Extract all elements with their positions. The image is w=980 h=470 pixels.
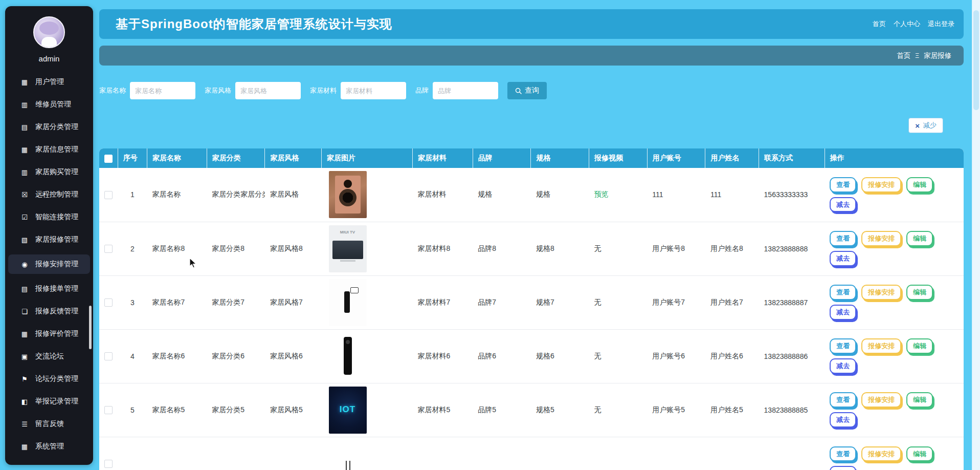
close-icon: × (915, 122, 920, 130)
edit-button[interactable]: 编辑 (906, 338, 933, 354)
row-checkbox[interactable] (104, 245, 113, 253)
minus-button[interactable]: 减去 (830, 466, 856, 470)
scrollbar-thumb[interactable] (973, 10, 979, 110)
select-all-checkbox[interactable] (104, 155, 113, 163)
arrange-button[interactable]: 报修安排 (861, 338, 901, 354)
cell-account: 用户账号5 (647, 383, 705, 437)
table-row: 查看报修安排编辑减去 (99, 437, 964, 470)
product-image (329, 454, 367, 470)
minus-button[interactable]: 减去 (830, 305, 856, 320)
cell-category (207, 437, 265, 470)
cell-brand: 品牌7 (473, 275, 531, 329)
cell-material (413, 437, 473, 470)
product-image: MIUI TV (329, 225, 367, 272)
nav-home-link[interactable]: 首页 (873, 19, 886, 29)
sidebar-scrollbar[interactable] (89, 306, 92, 349)
view-button[interactable]: 查看 (830, 285, 856, 300)
cell-user: 用户姓名5 (705, 383, 759, 437)
product-image: IOT (329, 387, 367, 434)
column-header: 家居分类 (207, 148, 265, 168)
table-row: 1家居名称家居分类家居分类家居风格家居材料规格规格预览1111111563333… (99, 168, 964, 222)
video-none: 无 (594, 298, 602, 306)
row-checkbox[interactable] (104, 191, 113, 199)
sidebar-item-repair-accept-mgmt[interactable]: ▤ 报修接单管理 (5, 281, 93, 296)
sidebar-item-home-purchase-mgmt[interactable]: ▥ 家居购买管理 (5, 164, 93, 180)
book-icon: ▣ (20, 353, 29, 360)
edit-button[interactable]: 编辑 (906, 231, 933, 246)
cell-brand (473, 437, 531, 470)
nav-logout-link[interactable]: 退出登录 (928, 19, 954, 29)
sidebar-item-report-record-mgmt[interactable]: ◧ 举报记录管理 (5, 394, 93, 409)
sidebar-item-home-info-mgmt[interactable]: ▦ 家居信息管理 (5, 142, 93, 157)
edit-button[interactable]: 编辑 (906, 392, 933, 408)
grid-icon: ▥ (20, 101, 29, 109)
nav-profile-link[interactable]: 个人中心 (894, 19, 920, 29)
cell-category: 家居分类7 (207, 275, 265, 329)
sidebar-item-repairman-mgmt[interactable]: ▥ 维修员管理 (5, 97, 93, 112)
sidebar-item-repair-feedback-mgmt[interactable]: ❏ 报修反馈管理 (5, 304, 93, 319)
sidebar-item-smart-connect-mgmt[interactable]: ☑ 智能连接管理 (5, 209, 93, 225)
sidebar-item-repair-review-mgmt[interactable]: ▦ 报修评价管理 (5, 326, 93, 341)
cell-phone: 15633333333 (759, 168, 825, 222)
search-input-1[interactable] (235, 82, 301, 99)
search-field-group: 家居材料 (310, 82, 406, 99)
edit-button[interactable]: 编辑 (906, 446, 933, 462)
sidebar-item-user-mgmt[interactable]: ▦ 用户管理 (5, 74, 93, 90)
view-button[interactable]: 查看 (830, 231, 856, 246)
sidebar-item-home-category-mgmt[interactable]: ▤ 家居分类管理 (5, 119, 93, 135)
view-button[interactable]: 查看 (830, 392, 856, 408)
product-image (329, 279, 367, 326)
arrange-button[interactable]: 报修安排 (861, 285, 901, 300)
sidebar-item-forum[interactable]: ▣ 交流论坛 (5, 349, 93, 364)
search-input-3[interactable] (433, 82, 498, 99)
cell-spec: 规格6 (531, 329, 589, 383)
table-row: 4家居名称6家居分类6家居风格6家居材料6品牌6规格6无用户账号6用户姓名613… (99, 329, 964, 383)
top-nav: 首页 个人中心 退出登录 (873, 19, 954, 29)
minus-button[interactable]: 减去 (830, 197, 856, 212)
cell-name: 家居名称6 (147, 329, 207, 383)
view-button[interactable]: 查看 (830, 446, 856, 462)
row-checkbox[interactable] (104, 298, 113, 307)
clipboard-icon: ▤ (20, 285, 29, 293)
edit-button[interactable]: 编辑 (906, 177, 933, 193)
row-checkbox[interactable] (104, 460, 113, 468)
cell-style: 家居风格6 (265, 329, 322, 383)
cell-user: 111 (705, 168, 759, 222)
cell-phone: 13823888888 (759, 222, 825, 275)
search-input-0[interactable] (130, 82, 195, 99)
sidebar-item-label: 智能连接管理 (35, 212, 78, 222)
arrange-button[interactable]: 报修安排 (861, 177, 901, 193)
page-root: { "page": { "title": "基于SpringBoot的智能家居管… (0, 0, 980, 470)
minus-button[interactable]: 减去 (830, 358, 856, 374)
view-button[interactable]: 查看 (830, 177, 856, 193)
edit-button[interactable]: 编辑 (906, 285, 933, 300)
search-field-label: 品牌 (415, 86, 429, 95)
arrange-button[interactable]: 报修安排 (861, 392, 901, 408)
page-scrollbar[interactable] (972, 0, 980, 470)
collapse-button-label: 减少 (923, 121, 937, 130)
sidebar-item-system-mgmt[interactable]: ▦ 系统管理 (5, 439, 93, 454)
cell-name: 家居名称8 (147, 222, 207, 275)
main-content: 基于SpringBoot的智能家居管理系统设计与实现 首页 个人中心 退出登录 … (99, 0, 964, 470)
query-button[interactable]: 查询 (507, 82, 547, 99)
avatar (33, 16, 65, 48)
grid-icon: ▦ (20, 330, 29, 338)
clipboard-check-icon: ☑ (20, 213, 29, 221)
collapse-button[interactable]: × 减少 (908, 118, 943, 133)
view-button[interactable]: 查看 (830, 338, 856, 354)
preview-link[interactable]: 预览 (594, 190, 609, 198)
row-checkbox[interactable] (104, 406, 113, 414)
sidebar-item-repair-arrange-mgmt[interactable]: ◉ 报修安排管理 (8, 254, 90, 274)
minus-button[interactable]: 减去 (830, 412, 856, 428)
sidebar-item-remote-control-mgmt[interactable]: ☒ 远程控制管理 (5, 187, 93, 202)
row-checkbox[interactable] (104, 352, 113, 360)
sidebar-item-forum-category-mgmt[interactable]: ⚑ 论坛分类管理 (5, 371, 93, 387)
sidebar-item-message-feedback[interactable]: ☰ 留言反馈 (5, 416, 93, 432)
breadcrumb-home[interactable]: 首页 (897, 51, 910, 60)
arrange-button[interactable]: 报修安排 (861, 231, 901, 246)
sidebar-item-home-repair-mgmt[interactable]: ▧ 家居报修管理 (5, 232, 93, 247)
search-input-2[interactable] (341, 82, 406, 99)
arrange-button[interactable]: 报修安排 (861, 446, 901, 462)
cell-spec: 规格7 (531, 275, 589, 329)
minus-button[interactable]: 减去 (830, 251, 856, 266)
